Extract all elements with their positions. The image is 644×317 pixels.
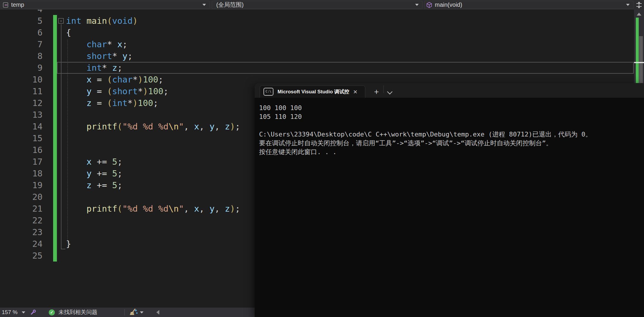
code-line[interactable]: int main(void) bbox=[0, 15, 644, 27]
code-cleanup-button[interactable] bbox=[129, 308, 143, 316]
console-tab[interactable]: C:\ Microsoft Visual Studio 调试控 × bbox=[260, 85, 365, 98]
code-line[interactable] bbox=[0, 10, 644, 15]
scrollbar-caret-marker bbox=[634, 62, 644, 63]
code-line[interactable]: char* x; bbox=[0, 38, 644, 50]
navigation-bar: temp (全局范围) main(void) bbox=[0, 0, 644, 10]
scope-dropdown[interactable]: (全局范围) bbox=[212, 1, 422, 9]
problems-indicator[interactable]: ✓ 未找到相关问题 bbox=[36, 308, 97, 316]
cpp-project-icon bbox=[2, 2, 9, 8]
chevron-down-icon bbox=[626, 4, 630, 6]
zoom-level-label: 157 % bbox=[2, 309, 18, 316]
member-dropdown[interactable]: main(void) bbox=[425, 1, 633, 9]
code-line[interactable]: { bbox=[0, 27, 644, 38]
vs-ide-screen: temp (全局范围) main(void) 45678910111213141… bbox=[0, 0, 644, 317]
split-editor-button[interactable] bbox=[634, 0, 644, 10]
console-titlebar[interactable]: C:\ Microsoft Visual Studio 调试控 × + bbox=[255, 83, 644, 98]
collapse-region-toggle[interactable]: - bbox=[58, 18, 64, 23]
code-line[interactable]: short* y; bbox=[0, 50, 644, 62]
code-health-icon[interactable] bbox=[30, 309, 36, 316]
scope-dropdown-label: (全局范围) bbox=[216, 1, 413, 9]
scroll-left-icon[interactable] bbox=[156, 310, 159, 315]
debug-console-window: C:\ Microsoft Visual Studio 调试控 × + 100 … bbox=[255, 83, 644, 317]
console-line: C:\Users\23394\Desktop\code\C C++\work\t… bbox=[259, 130, 644, 139]
console-line: 100 100 100 bbox=[259, 104, 644, 112]
check-circle-icon: ✓ bbox=[49, 309, 55, 316]
close-tab-icon[interactable]: × bbox=[353, 88, 357, 95]
broom-icon bbox=[129, 308, 138, 316]
console-line bbox=[259, 121, 644, 130]
code-line[interactable]: int* z; bbox=[0, 62, 644, 74]
console-line: 105 110 120 bbox=[259, 112, 644, 121]
console-output[interactable]: 100 100 100105 110 120 C:\Users\23394\De… bbox=[255, 98, 644, 317]
console-line: 按任意键关闭此窗口. . . bbox=[259, 148, 644, 156]
statusbar-divider bbox=[124, 309, 125, 316]
project-dropdown[interactable]: temp bbox=[1, 1, 210, 9]
zoom-select[interactable]: 157 % bbox=[2, 309, 25, 316]
problems-label: 未找到相关问题 bbox=[58, 308, 97, 316]
tab-menu-chevron-icon[interactable] bbox=[387, 89, 393, 94]
cmd-prompt-icon: C:\ bbox=[263, 88, 273, 96]
console-tab-title: Microsoft Visual Studio 调试控 bbox=[278, 88, 351, 95]
titlebar-divider bbox=[383, 85, 384, 93]
project-dropdown-label: temp bbox=[11, 1, 200, 8]
new-tab-button[interactable]: + bbox=[374, 86, 379, 98]
scroll-up-icon[interactable] bbox=[637, 13, 641, 16]
console-line: 要在调试停止时自动关闭控制台，请启用“工具”->“选项”->“调试”->“调试停… bbox=[259, 139, 644, 148]
chevron-down-icon bbox=[140, 311, 143, 313]
method-cube-icon bbox=[426, 2, 432, 8]
chevron-down-icon bbox=[22, 311, 25, 313]
member-dropdown-label: main(void) bbox=[435, 1, 624, 8]
split-editor-icon bbox=[635, 1, 643, 9]
chevron-down-icon bbox=[415, 4, 419, 6]
chevron-down-icon bbox=[202, 4, 206, 6]
